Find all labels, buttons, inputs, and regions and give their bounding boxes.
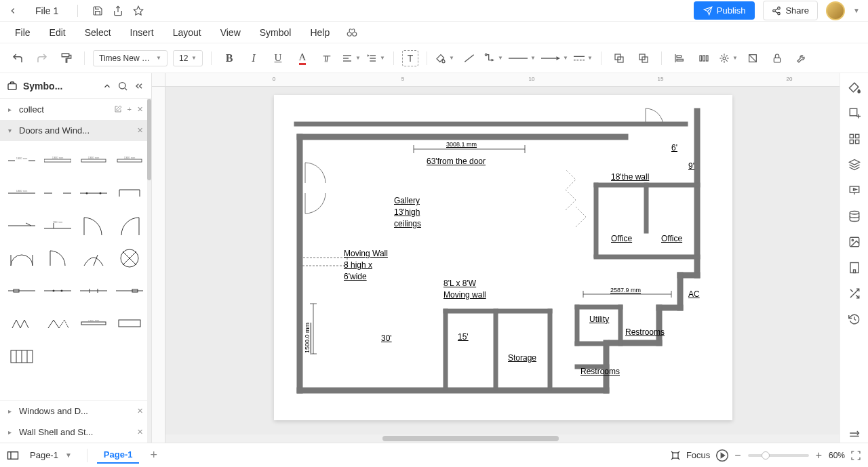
symbol-window-bay[interactable] xyxy=(114,179,146,207)
label-restrooms2[interactable]: Restrooms xyxy=(580,366,620,378)
bold-button[interactable]: B xyxy=(220,49,239,68)
collapse-icon[interactable] xyxy=(134,81,144,92)
symbol-bifold-2[interactable] xyxy=(41,309,73,338)
menu-layout[interactable]: Layout xyxy=(163,23,211,42)
label-30[interactable]: 30' xyxy=(381,333,392,344)
label-15[interactable]: 15' xyxy=(458,331,469,343)
symbol-window-box[interactable] xyxy=(114,309,146,338)
play-button[interactable] xyxy=(715,449,729,462)
symbol-opening-4[interactable] xyxy=(78,179,110,207)
zoom-out-button[interactable]: − xyxy=(734,449,741,462)
section-close[interactable]: ✕ xyxy=(137,428,143,436)
label-office1[interactable]: Office xyxy=(611,233,632,245)
menu-select[interactable]: Select xyxy=(75,23,121,42)
label-ac[interactable]: AC xyxy=(688,289,700,300)
lock-button[interactable] xyxy=(768,49,787,68)
symbol-slider-4[interactable] xyxy=(78,277,110,305)
presentation-icon[interactable] xyxy=(847,183,862,198)
symbol-wall-opening-2[interactable]: 1300 mm xyxy=(78,146,110,175)
label-movingwall2[interactable]: 8'L x 8'W Moving wall xyxy=(443,278,486,301)
sidebar-section-doors[interactable]: ▾ Doors and Wind... ✕ xyxy=(0,120,151,141)
symbol-door-small[interactable]: 700 mm xyxy=(41,211,73,240)
label-63[interactable]: 63'from the door xyxy=(427,156,486,167)
symbol-door-quarter[interactable] xyxy=(41,244,73,272)
format-painter-button[interactable] xyxy=(57,49,76,68)
snap-button[interactable]: ▼ xyxy=(719,49,738,68)
label-office2[interactable]: Office xyxy=(661,233,682,245)
add-symbol-icon[interactable] xyxy=(847,106,862,121)
section-actions[interactable]: +✕ xyxy=(114,105,143,114)
image-icon[interactable] xyxy=(847,235,862,249)
symbol-bifold[interactable] xyxy=(5,309,37,338)
paint-bucket-icon[interactable] xyxy=(847,80,862,95)
distribute-button[interactable] xyxy=(694,49,713,68)
symbol-revolving-door[interactable] xyxy=(114,244,146,272)
page[interactable]: 3008.1 mm 2587.9 mm 1500.0 mm 63'from th… xyxy=(274,95,732,420)
symbol-opening-3[interactable] xyxy=(41,179,73,207)
sidebar-section-collect[interactable]: ▸ collect +✕ xyxy=(0,99,151,120)
history-icon[interactable] xyxy=(847,312,862,327)
section-close[interactable]: ✕ xyxy=(137,126,143,135)
label-movingwall1[interactable]: Moving Wall 8 high x 6'wide xyxy=(344,248,388,282)
label-gallery[interactable]: Gallery 13'high ceilings xyxy=(394,195,421,229)
symbol-double-door[interactable] xyxy=(5,244,37,272)
menu-help[interactable]: Help xyxy=(300,23,339,42)
filename[interactable]: File 1 xyxy=(30,5,64,16)
database-icon[interactable] xyxy=(847,209,862,224)
section-close[interactable]: ✕ xyxy=(137,407,143,415)
effects-button[interactable] xyxy=(743,49,762,68)
font-color-button[interactable]: A xyxy=(293,49,312,68)
symbol-slider-5[interactable] xyxy=(114,277,146,305)
line-style-button[interactable]: ▼ xyxy=(509,49,536,68)
line-spacing-button[interactable]: ▼ xyxy=(366,49,385,68)
building-icon[interactable] xyxy=(847,260,862,275)
label-restrooms1[interactable]: Restrooms xyxy=(625,327,665,338)
symbol-door-swing-rev[interactable] xyxy=(114,211,146,240)
underline-button[interactable]: U xyxy=(269,49,288,68)
sidebar-scrollbar[interactable] xyxy=(147,99,151,443)
page-dropdown[interactable]: Page-1 ▼ xyxy=(24,447,77,463)
canvas-scrollbar-horizontal[interactable] xyxy=(165,434,840,443)
label-9[interactable]: 9' xyxy=(688,161,694,172)
line-dash-button[interactable]: ▼ xyxy=(574,49,593,68)
search-icon[interactable] xyxy=(117,81,128,92)
italic-button[interactable]: I xyxy=(244,49,263,68)
clear-format-button[interactable] xyxy=(317,49,336,68)
menu-icon[interactable] xyxy=(847,428,862,443)
menu-symbol[interactable]: Symbol xyxy=(250,23,301,42)
label-utility[interactable]: Utility xyxy=(589,314,609,325)
share-button[interactable]: Share xyxy=(763,1,818,20)
symbol-door-swing[interactable] xyxy=(78,211,110,240)
menu-insert[interactable]: Insert xyxy=(121,23,163,42)
align-button[interactable]: ▼ xyxy=(342,49,361,68)
focus-toggle[interactable]: Focus xyxy=(670,450,710,461)
redo-button[interactable] xyxy=(33,49,52,68)
label-storage[interactable]: Storage xyxy=(508,352,536,364)
floorplan[interactable] xyxy=(274,95,732,420)
page-layout-icon[interactable] xyxy=(7,451,19,460)
bring-front-button[interactable] xyxy=(634,49,653,68)
align-objects-button[interactable] xyxy=(670,49,689,68)
account-caret[interactable]: ▼ xyxy=(853,7,860,14)
connector-button[interactable]: ▼ xyxy=(484,49,503,68)
font-family-select[interactable]: Times New Ro...▼ xyxy=(93,50,167,66)
text-tool-button[interactable]: T xyxy=(402,50,418,66)
send-back-button[interactable] xyxy=(610,49,629,68)
zoom-slider[interactable] xyxy=(748,454,809,457)
tools-button[interactable] xyxy=(792,49,811,68)
back-button[interactable] xyxy=(8,6,22,16)
symbol-opening-2[interactable]: 1300 mm xyxy=(5,179,37,207)
layers-icon[interactable] xyxy=(847,157,862,172)
publish-button[interactable]: Publish xyxy=(694,1,755,20)
menu-edit[interactable]: Edit xyxy=(40,23,75,42)
symbol-window-2[interactable]: 1300 mm xyxy=(78,309,110,338)
sidebar-caret-icon[interactable] xyxy=(102,81,112,91)
zoom-in-button[interactable]: + xyxy=(816,449,822,462)
sidebar-section-wallshell[interactable]: ▸ Wall Shell and St... ✕ xyxy=(0,422,151,443)
zoom-value[interactable]: 60% xyxy=(829,451,845,460)
symbol-opening[interactable]: 1300 mm xyxy=(5,146,37,175)
label-6[interactable]: 6' xyxy=(671,142,677,154)
symbol-wall-opening-3[interactable]: 1300 mm xyxy=(114,146,146,175)
add-page-button[interactable]: + xyxy=(144,448,163,462)
symbol-wall-opening[interactable]: 1300 mm xyxy=(41,146,73,175)
